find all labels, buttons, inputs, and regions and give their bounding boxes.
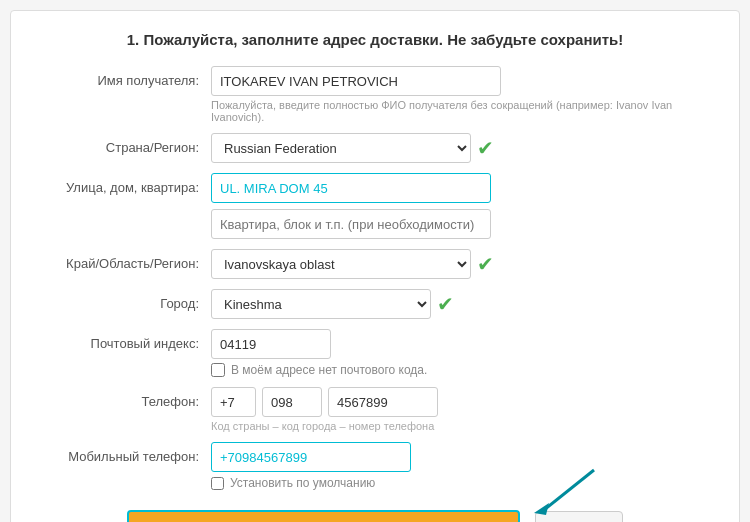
postal-checkbox-row: В моём адресе нет почтового кода. [211,363,709,377]
svg-marker-1 [534,503,549,515]
recipient-hint: Пожалуйста, введите полностью ФИО получа… [211,99,709,123]
city-row: Город: Kineshma ✔ [41,289,709,319]
city-field-row: Kineshma ✔ [211,289,709,319]
recipient-field-group: Пожалуйста, введите полностью ФИО получа… [211,66,709,123]
city-check-icon: ✔ [437,294,454,314]
region-check-icon: ✔ [477,254,494,274]
mobile-field-group: Установить по умолчанию [211,442,709,490]
region-select[interactable]: Ivanovskaya oblast [211,249,471,279]
mobile-input[interactable] [211,442,411,472]
phone-field-row [211,387,709,417]
country-select[interactable]: Russian Federation [211,133,471,163]
street-label: Улица, дом, квартира: [41,173,211,195]
country-label: Страна/Регион: [41,133,211,155]
mobile-row: Мобильный телефон: Установить по умолчан… [41,442,709,490]
form-container: 1. Пожалуйста, заполните адрес доставки.… [10,10,740,522]
recipient-row: Имя получателя: Пожалуйста, введите полн… [41,66,709,123]
save-button[interactable]: Сохранить и впредь доставлять по этому а… [127,510,519,522]
svg-line-0 [544,470,594,510]
postal-checkbox-label: В моём адресе нет почтового кода. [231,363,427,377]
phone-hint: Код страны – код города – номер телефона [211,420,709,432]
default-label: Установить по умолчанию [230,476,375,490]
arrow-indicator [524,465,604,515]
default-row: Установить по умолчанию [211,476,709,490]
postal-input[interactable] [211,329,331,359]
phone-row: Телефон: Код страны – код города – номер… [41,387,709,432]
default-checkbox[interactable] [211,477,224,490]
phone-field-group: Код страны – код города – номер телефона [211,387,709,432]
region-label: Край/Область/Регион: [41,249,211,271]
postal-label: Почтовый индекс: [41,329,211,351]
street-row: Улица, дом, квартира: [41,173,709,239]
postal-field-group: В моём адресе нет почтового кода. [211,329,709,377]
country-check-icon: ✔ [477,138,494,158]
page-title: 1. Пожалуйста, заполните адрес доставки.… [41,31,709,48]
phone-label: Телефон: [41,387,211,409]
mobile-label: Мобильный телефон: [41,442,211,464]
street-input[interactable] [211,173,491,203]
postal-checkbox[interactable] [211,363,225,377]
country-row: Страна/Регион: Russian Federation ✔ [41,133,709,163]
phone-city-code-input[interactable] [262,387,322,417]
region-field-row: Ivanovskaya oblast ✔ [211,249,709,279]
street-field-group [211,173,709,239]
recipient-label: Имя получателя: [41,66,211,88]
country-field-row: Russian Federation ✔ [211,133,709,163]
city-label: Город: [41,289,211,311]
buttons-row: Сохранить и впредь доставлять по этому а… [41,510,709,522]
recipient-input[interactable] [211,66,501,96]
region-row: Край/Область/Регион: Ivanovskaya oblast … [41,249,709,279]
postal-row: Почтовый индекс: В моём адресе нет почто… [41,329,709,377]
region-field-group: Ivanovskaya oblast ✔ [211,249,709,279]
phone-country-code-input[interactable] [211,387,256,417]
apt-input[interactable] [211,209,491,239]
phone-number-input[interactable] [328,387,438,417]
country-field-group: Russian Federation ✔ [211,133,709,163]
city-field-group: Kineshma ✔ [211,289,709,319]
city-select[interactable]: Kineshma [211,289,431,319]
